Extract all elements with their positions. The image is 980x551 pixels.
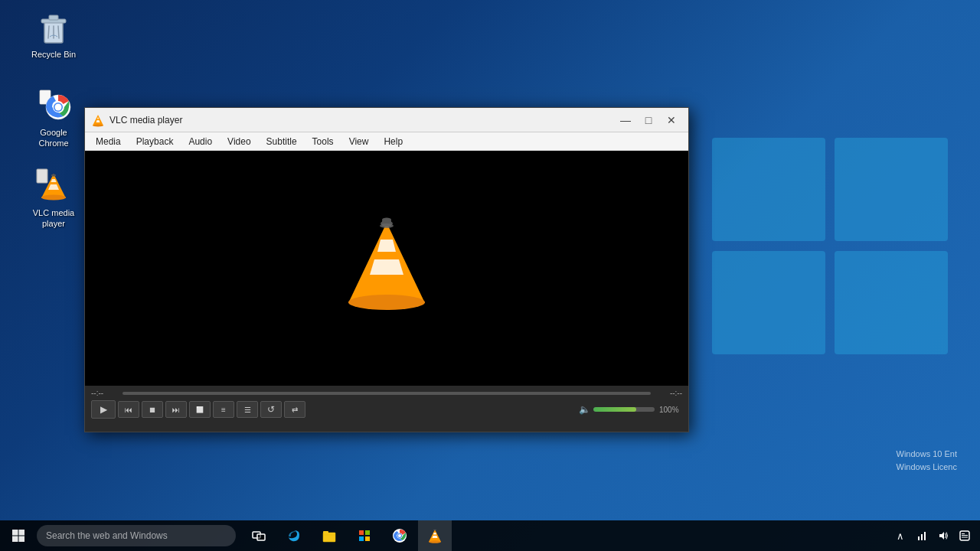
svg-marker-55 [433,533,436,535]
taskbar-edge[interactable] [277,520,311,551]
google-chrome-label: Google Chrome [26,127,81,149]
vlc-seekbar[interactable] [122,392,651,395]
vlc-app-icon [91,113,105,127]
vlc-prev-button[interactable]: ⏮ [118,401,139,418]
svg-point-12 [55,104,62,111]
svg-marker-61 [939,532,944,540]
vlc-volume-pct: 100% [659,406,682,414]
recycle-bin-label: Recycle Bin [31,49,76,60]
vlc-play-button[interactable]: ▶ [91,400,116,419]
menu-subtitle[interactable]: Subtitle [259,132,305,150]
menu-audio[interactable]: Audio [181,132,220,150]
vlc-time-total: --:-- [655,389,682,397]
svg-rect-65 [962,533,965,534]
vlc-buttons-row: ▶ ⏮ ⏹ ⏭ ⬜ ≡ ☰ ↺ ⇄ 🔈 100% [91,400,682,419]
taskbar-vlc[interactable] [418,520,452,551]
vlc-desktop-icon[interactable]: VLC mediaplayer [23,165,84,233]
windows-license: Windows 10 Ent Windows Licenc [897,448,957,474]
vlc-equalizer-button[interactable]: ≡ [213,401,234,418]
svg-marker-54 [433,536,438,538]
vlc-minimize-btn[interactable]: — [615,112,636,129]
vlc-volume-fill [593,407,636,412]
menu-help[interactable]: Help [376,132,410,150]
vlc-cone-logo [333,215,440,322]
vlc-volume-area: 🔈 100% [579,404,682,415]
vlc-seekbar-row: --:-- --:-- [91,389,682,397]
desktop: Recycle Bin Google [0,0,980,520]
vlc-close-btn[interactable]: ✕ [661,112,682,129]
svg-rect-13 [37,169,47,183]
taskbar-notification-area: ∧ [891,520,980,551]
menu-tools[interactable]: Tools [305,132,341,150]
vlc-frame-button[interactable]: ⬜ [189,401,211,418]
svg-point-27 [93,124,103,126]
vlc-playlist-button[interactable]: ☰ [237,401,258,418]
svg-rect-46 [365,530,370,535]
svg-point-18 [41,195,66,201]
taskbar-store[interactable] [348,520,381,551]
svg-point-34 [348,295,425,310]
svg-rect-60 [924,532,926,540]
taskbar-pinned-icons [242,520,452,551]
menu-video[interactable]: Video [220,132,258,150]
svg-point-57 [433,530,436,531]
svg-rect-44 [323,531,328,533]
google-chrome-icon[interactable]: Google Chrome [23,84,84,152]
vlc-titlebar: VLC media player — □ ✕ [85,108,688,132]
svg-rect-38 [12,536,18,543]
svg-rect-59 [921,534,923,540]
taskbar-network-icon[interactable] [913,520,931,551]
svg-point-56 [429,540,441,543]
taskbar-file-explorer[interactable] [312,520,346,551]
vlc-controls: --:-- --:-- ▶ ⏮ ⏹ ⏭ ⬜ ≡ ☰ ↺ ⇄ 🔈 [85,386,688,432]
svg-point-33 [382,217,391,221]
vlc-window-controls: — □ ✕ [615,112,682,129]
taskbar-volume-icon[interactable] [934,520,952,551]
taskbar-action-center[interactable] [956,520,974,551]
vlc-title-text: VLC media player [109,115,615,126]
vlc-video-area[interactable] [85,151,688,386]
svg-rect-36 [12,530,18,536]
taskbar-search-input[interactable] [37,525,236,546]
vlc-loop-button[interactable]: ↺ [260,401,282,418]
svg-marker-29 [370,259,403,275]
svg-rect-58 [918,536,920,540]
vlc-time-elapsed: --:-- [91,389,118,397]
svg-rect-23 [835,251,948,354]
svg-rect-21 [835,138,948,241]
svg-point-35 [380,223,394,228]
svg-rect-47 [359,536,364,541]
menu-view[interactable]: View [341,132,377,150]
vlc-random-button[interactable]: ⇄ [284,401,305,418]
svg-line-3 [48,26,49,38]
svg-rect-20 [712,138,825,241]
svg-rect-22 [712,251,825,354]
svg-rect-39 [19,536,25,543]
svg-rect-2 [49,15,58,20]
svg-rect-64 [962,537,968,538]
svg-marker-30 [377,240,396,252]
svg-line-5 [58,26,59,38]
start-button[interactable] [0,520,37,551]
vlc-next-button[interactable]: ⏭ [165,401,187,418]
svg-point-19 [51,174,56,177]
menu-media[interactable]: Media [88,132,129,150]
vlc-volume-slider[interactable] [593,407,655,412]
svg-rect-48 [365,536,370,541]
svg-point-52 [398,534,401,537]
svg-rect-45 [359,530,364,535]
svg-rect-37 [19,530,25,536]
vlc-maximize-btn[interactable]: □ [638,112,659,129]
taskbar: ∧ [0,520,980,551]
vlc-volume-icon: 🔈 [579,404,590,415]
taskbar-task-view[interactable] [242,520,276,551]
svg-rect-41 [257,534,265,540]
svg-rect-63 [962,535,968,536]
taskbar-show-hidden[interactable]: ∧ [891,520,910,551]
menu-playback[interactable]: Playback [129,132,181,150]
svg-rect-43 [323,533,335,542]
vlc-window: VLC media player — □ ✕ Media Playback Au… [84,107,689,432]
vlc-stop-button[interactable]: ⏹ [142,401,163,418]
taskbar-chrome[interactable] [383,520,416,551]
recycle-bin-icon[interactable]: Recycle Bin [23,6,84,63]
